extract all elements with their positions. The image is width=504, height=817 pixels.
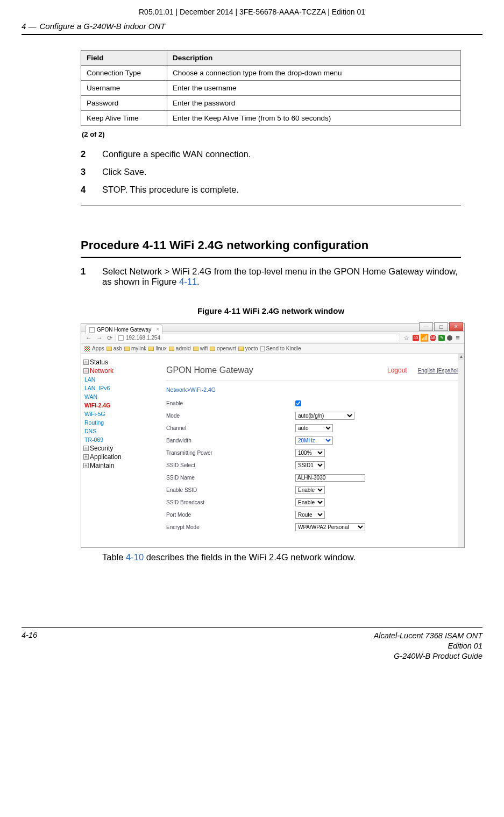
text: . xyxy=(197,277,200,286)
bookmark-item[interactable]: wifi xyxy=(193,346,208,351)
sidebar-label: Network xyxy=(90,367,113,375)
cell-field: Username xyxy=(81,81,167,96)
bandwidth-select[interactable]: 20MHz xyxy=(295,436,333,445)
sidebar-item-dns[interactable]: DNS xyxy=(81,427,137,435)
bookmark-item[interactable]: linux xyxy=(148,346,167,351)
enable-ssid-select[interactable]: Enable xyxy=(295,486,325,494)
window-close-button[interactable]: ✕ xyxy=(449,322,463,331)
sidebar-item-lanipv6[interactable]: LAN_IPv6 xyxy=(81,384,137,392)
sidebar-item-routing[interactable]: Routing xyxy=(81,418,137,427)
nav-reload-icon[interactable]: ⟳ xyxy=(106,334,113,342)
ssid-select[interactable]: SSID1 xyxy=(295,461,325,469)
url-input[interactable]: 192.168.1.254 xyxy=(116,334,400,342)
scroll-up-icon[interactable]: ▲ xyxy=(458,354,464,360)
table-row: Keep Alive TimeEnter the Keep Alive Time… xyxy=(81,111,461,126)
label-bandwidth: Bandwidth xyxy=(166,438,295,443)
bookmark-item[interactable]: mylink xyxy=(124,346,146,351)
port-mode-select[interactable]: Route xyxy=(295,511,325,519)
expand-icon[interactable]: + xyxy=(83,446,89,451)
logout-link[interactable]: Logout xyxy=(387,367,407,374)
close-tab-icon[interactable]: × xyxy=(156,326,159,332)
nav-back-icon[interactable]: ← xyxy=(84,334,93,342)
window-minimize-button[interactable]: — xyxy=(419,322,433,331)
step-num: 4 xyxy=(81,185,89,195)
evernote-icon[interactable]: ✎ xyxy=(438,335,445,341)
browser-window: GPON Home Gateway × — ▢ ✕ ← → ⟳ 192.168.… xyxy=(81,323,465,548)
channel-select[interactable]: auto xyxy=(295,424,333,432)
language-switch: English |Español xyxy=(418,368,458,374)
sidebar-label: Maintain xyxy=(90,462,114,469)
bookmark-item[interactable]: adroid xyxy=(169,346,191,351)
sidebar-item-security[interactable]: +Security xyxy=(81,444,137,453)
page-icon xyxy=(118,335,124,341)
bookmark-item[interactable]: Send to Kindle xyxy=(260,346,301,351)
lang-espanol[interactable]: Español xyxy=(438,368,458,374)
table-link[interactable]: 4-10 xyxy=(126,552,144,562)
sidebar-item-lan[interactable]: LAN xyxy=(81,375,137,384)
collapse-icon[interactable]: − xyxy=(83,368,89,374)
browser-tab[interactable]: GPON Home Gateway × xyxy=(86,325,162,334)
apps-icon[interactable] xyxy=(84,346,90,351)
apps-label[interactable]: Apps xyxy=(92,346,104,351)
ssid-broadcast-select[interactable]: Enable xyxy=(295,498,325,506)
step-text: STOP. This procedure is complete. xyxy=(102,185,239,195)
sidebar-label: Application xyxy=(90,453,122,461)
adblock-icon[interactable]: AB xyxy=(430,335,436,341)
label-ssid-broadcast: SSID Broadcast xyxy=(166,499,295,505)
expand-icon[interactable]: + xyxy=(83,360,89,365)
extension-icon[interactable] xyxy=(447,335,452,341)
bookmark-item[interactable]: asb xyxy=(107,346,122,351)
bookmark-star-icon[interactable]: ☆ xyxy=(402,334,410,342)
sidebar-item-maintain[interactable]: +Maintain xyxy=(81,461,137,470)
lang-english[interactable]: English xyxy=(418,368,436,374)
encrypt-mode-select[interactable]: WPA/WPA2 Personal xyxy=(295,523,365,531)
mode-select[interactable]: auto(b/g/n) xyxy=(295,412,354,420)
sidebar-item-tr069[interactable]: TR-069 xyxy=(81,435,137,444)
sidebar-item-application[interactable]: +Application xyxy=(81,453,137,461)
browser-menu-icon[interactable]: ≡ xyxy=(455,335,461,341)
page-header: 4 — Configure a G-240W-B indoor ONT xyxy=(22,22,482,35)
bookmark-label: asb xyxy=(113,346,122,351)
step-row: 4STOP. This procedure is complete. xyxy=(81,185,461,195)
expand-icon[interactable]: + xyxy=(83,463,89,468)
vertical-scrollbar[interactable]: ▲ xyxy=(458,354,464,547)
folder-icon xyxy=(107,347,112,351)
enable-checkbox[interactable] xyxy=(295,400,301,406)
rss-icon[interactable]: 📶 xyxy=(421,335,428,341)
chapter-number: 4 — xyxy=(22,22,37,31)
ssid-name-input[interactable] xyxy=(295,474,365,482)
step-num: 2 xyxy=(81,149,89,159)
table-row: Connection TypeChoose a connection type … xyxy=(81,66,461,81)
label-mode: Mode xyxy=(166,413,295,419)
extension-icon[interactable]: JD xyxy=(413,335,419,341)
expand-icon[interactable]: + xyxy=(83,454,89,460)
label-enable: Enable xyxy=(166,400,295,406)
window-titlebar: GPON Home Gateway × — ▢ ✕ xyxy=(81,323,464,332)
nav-forward-icon[interactable]: → xyxy=(95,334,104,342)
sidebar-item-status[interactable]: +Status xyxy=(81,358,137,367)
figure-link[interactable]: 4-11 xyxy=(179,277,197,286)
folder-icon xyxy=(148,347,154,351)
cell-field: Password xyxy=(81,96,167,111)
page-footer: 4-16 Alcatel-Lucent 7368 ISAM ONT Editio… xyxy=(22,627,482,661)
txpower-select[interactable]: 100% xyxy=(295,449,325,457)
page-title: GPON Home Gateway xyxy=(166,365,253,375)
sidebar-item-wan[interactable]: WAN xyxy=(81,392,137,401)
bookmark-item[interactable]: openwrt xyxy=(210,346,236,351)
bookmark-item[interactable]: yocto xyxy=(238,346,258,351)
cell-desc: Enter the username xyxy=(167,81,461,96)
window-maximize-button[interactable]: ▢ xyxy=(434,322,448,331)
procedure-title: Procedure 4-11 WiFi 2.4G networking conf… xyxy=(81,238,461,258)
step-row: 2Configure a specific WAN connection. xyxy=(81,149,461,159)
sidebar-item-wifi5[interactable]: WiFi-5G xyxy=(81,410,137,418)
sidebar-item-wifi24[interactable]: WiFi-2.4G xyxy=(81,401,137,410)
step-text: Configure a specific WAN connection. xyxy=(102,149,251,159)
bookmark-label: adroid xyxy=(176,346,191,351)
bookmark-label: yocto xyxy=(245,346,258,351)
sidebar-item-network[interactable]: −Network xyxy=(81,367,137,375)
step-row: 3Click Save. xyxy=(81,167,461,177)
url-text: 192.168.1.254 xyxy=(126,335,160,341)
label-channel: Channel xyxy=(166,425,295,431)
post-figure-text: Table 4-10 describes the fields in the W… xyxy=(102,552,461,562)
cell-desc: Enter the password xyxy=(167,96,461,111)
